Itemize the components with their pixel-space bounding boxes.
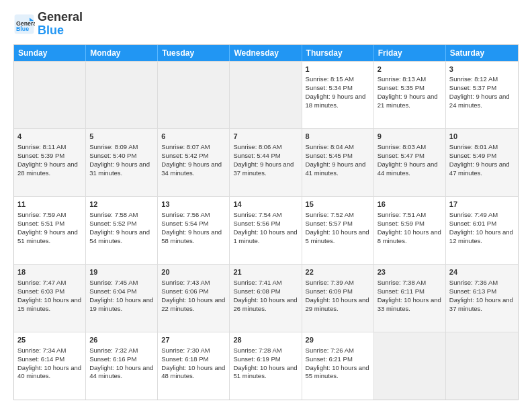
- daylight-text: Daylight: 9 hours and 28 minutes.: [17, 161, 78, 177]
- calendar-cell: [158, 62, 230, 129]
- calendar-cell: 6Sunrise: 8:07 AMSunset: 5:42 PMDaylight…: [158, 129, 230, 196]
- calendar-cell: 2Sunrise: 8:13 AMSunset: 5:35 PMDaylight…: [374, 62, 446, 129]
- calendar-cell: 4Sunrise: 8:11 AMSunset: 5:39 PMDaylight…: [14, 129, 86, 196]
- sunset-text: Sunset: 5:44 PM: [233, 152, 280, 159]
- calendar-day-header: Monday: [86, 45, 158, 61]
- sunrise-text: Sunrise: 7:59 AM: [17, 211, 66, 218]
- sunset-text: Sunset: 5:37 PM: [449, 84, 496, 91]
- calendar-cell: 11Sunrise: 7:59 AMSunset: 5:51 PMDayligh…: [14, 197, 86, 264]
- day-number: 3: [449, 64, 515, 75]
- calendar-cell: 12Sunrise: 7:58 AMSunset: 5:52 PMDayligh…: [86, 197, 158, 264]
- sunset-text: Sunset: 5:47 PM: [378, 152, 425, 159]
- calendar-cell: [86, 62, 158, 129]
- sunrise-text: Sunrise: 7:41 AM: [233, 279, 281, 286]
- sunset-text: Sunset: 6:09 PM: [306, 287, 353, 295]
- sunset-text: Sunset: 5:40 PM: [89, 152, 136, 159]
- day-number: 19: [89, 267, 154, 277]
- day-number: 8: [306, 132, 370, 142]
- sunrise-text: Sunrise: 7:34 AM: [17, 347, 66, 354]
- calendar-cell: 22Sunrise: 7:39 AMSunset: 6:09 PMDayligh…: [302, 265, 374, 332]
- calendar-day-header: Wednesday: [230, 45, 302, 61]
- day-number: 10: [449, 132, 515, 142]
- daylight-text: Daylight: 10 hours and 55 minutes.: [306, 364, 369, 380]
- sunrise-text: Sunrise: 7:36 AM: [449, 279, 498, 286]
- sunset-text: Sunset: 5:34 PM: [306, 84, 353, 91]
- day-number: 28: [233, 335, 298, 345]
- daylight-text: Daylight: 10 hours and 51 minutes.: [233, 364, 297, 380]
- day-number: 27: [161, 335, 226, 345]
- calendar-cell: 18Sunrise: 7:47 AMSunset: 6:03 PMDayligh…: [14, 265, 86, 332]
- logo-text: General Blue: [38, 11, 83, 38]
- day-number: 2: [378, 64, 442, 75]
- sunrise-text: Sunrise: 7:45 AM: [89, 279, 138, 286]
- calendar-cell: 21Sunrise: 7:41 AMSunset: 6:08 PMDayligh…: [230, 265, 302, 332]
- calendar-cell: 29Sunrise: 7:26 AMSunset: 6:21 PMDayligh…: [302, 332, 374, 400]
- daylight-text: Daylight: 10 hours and 15 minutes.: [17, 296, 81, 312]
- day-number: 22: [306, 267, 370, 277]
- sunset-text: Sunset: 6:04 PM: [89, 287, 136, 295]
- calendar-cell: [14, 62, 86, 129]
- calendar-cell: 26Sunrise: 7:32 AMSunset: 6:16 PMDayligh…: [86, 332, 158, 400]
- sunrise-text: Sunrise: 8:07 AM: [161, 143, 210, 150]
- daylight-text: Daylight: 9 hours and 47 minutes.: [449, 161, 510, 177]
- day-number: 26: [89, 335, 154, 345]
- day-number: 14: [233, 199, 298, 210]
- day-number: 21: [233, 267, 298, 277]
- header: General Blue General Blue: [13, 11, 519, 38]
- calendar-day-header: Tuesday: [158, 45, 230, 61]
- calendar-cell: 7Sunrise: 8:06 AMSunset: 5:44 PMDaylight…: [230, 129, 302, 196]
- sunset-text: Sunset: 6:18 PM: [161, 355, 208, 363]
- sunset-text: Sunset: 6:06 PM: [161, 287, 208, 295]
- sunrise-text: Sunrise: 7:28 AM: [233, 347, 281, 354]
- day-number: 17: [449, 199, 515, 210]
- calendar-row: 4Sunrise: 8:11 AMSunset: 5:39 PMDaylight…: [14, 128, 518, 196]
- calendar-row: 25Sunrise: 7:34 AMSunset: 6:14 PMDayligh…: [14, 332, 518, 400]
- calendar-cell: 9Sunrise: 8:03 AMSunset: 5:47 PMDaylight…: [374, 129, 446, 196]
- day-number: 20: [161, 267, 226, 277]
- day-number: 6: [161, 132, 226, 142]
- calendar-cell: [230, 62, 302, 129]
- daylight-text: Daylight: 10 hours and 29 minutes.: [306, 296, 369, 312]
- sunrise-text: Sunrise: 7:39 AM: [306, 279, 354, 286]
- calendar-day-header: Sunday: [14, 45, 86, 61]
- sunset-text: Sunset: 6:13 PM: [449, 287, 496, 295]
- daylight-text: Daylight: 10 hours and 37 minutes.: [449, 296, 513, 312]
- sunset-text: Sunset: 6:16 PM: [89, 355, 136, 363]
- day-number: 4: [17, 132, 82, 142]
- sunrise-text: Sunrise: 8:03 AM: [378, 143, 426, 150]
- sunrise-text: Sunrise: 7:38 AM: [378, 279, 426, 286]
- daylight-text: Daylight: 9 hours and 51 minutes.: [17, 228, 78, 244]
- calendar-cell: 5Sunrise: 8:09 AMSunset: 5:40 PMDaylight…: [86, 129, 158, 196]
- sunrise-text: Sunrise: 8:04 AM: [306, 143, 354, 150]
- sunrise-text: Sunrise: 7:30 AM: [161, 347, 210, 354]
- day-number: 11: [17, 199, 82, 210]
- day-number: 25: [17, 335, 82, 345]
- calendar: SundayMondayTuesdayWednesdayThursdayFrid…: [13, 44, 519, 400]
- sunset-text: Sunset: 5:56 PM: [233, 220, 280, 227]
- daylight-text: Daylight: 10 hours and 1 minute.: [233, 228, 297, 244]
- day-number: 23: [378, 267, 442, 277]
- sunset-text: Sunset: 6:03 PM: [17, 287, 64, 295]
- sunset-text: Sunset: 5:54 PM: [161, 220, 208, 227]
- calendar-day-header: Thursday: [302, 45, 374, 61]
- calendar-cell: 19Sunrise: 7:45 AMSunset: 6:04 PMDayligh…: [86, 265, 158, 332]
- day-number: 5: [89, 132, 154, 142]
- daylight-text: Daylight: 10 hours and 44 minutes.: [89, 364, 153, 380]
- daylight-text: Daylight: 10 hours and 33 minutes.: [378, 296, 441, 312]
- daylight-text: Daylight: 10 hours and 12 minutes.: [449, 228, 513, 244]
- daylight-text: Daylight: 10 hours and 5 minutes.: [306, 228, 369, 244]
- daylight-text: Daylight: 10 hours and 48 minutes.: [161, 364, 225, 380]
- sunrise-text: Sunrise: 8:06 AM: [233, 143, 281, 150]
- calendar-cell: 28Sunrise: 7:28 AMSunset: 6:19 PMDayligh…: [230, 332, 302, 400]
- sunrise-text: Sunrise: 7:52 AM: [306, 211, 354, 218]
- sunrise-text: Sunrise: 7:47 AM: [17, 279, 66, 286]
- sunset-text: Sunset: 6:08 PM: [233, 287, 280, 295]
- sunrise-text: Sunrise: 7:26 AM: [306, 347, 354, 354]
- daylight-text: Daylight: 9 hours and 18 minutes.: [306, 93, 366, 109]
- daylight-text: Daylight: 9 hours and 44 minutes.: [378, 161, 438, 177]
- sunrise-text: Sunrise: 8:01 AM: [449, 143, 498, 150]
- daylight-text: Daylight: 9 hours and 31 minutes.: [89, 161, 150, 177]
- sunrise-text: Sunrise: 7:56 AM: [161, 211, 210, 218]
- calendar-cell: 14Sunrise: 7:54 AMSunset: 5:56 PMDayligh…: [230, 197, 302, 264]
- day-number: 12: [89, 199, 154, 210]
